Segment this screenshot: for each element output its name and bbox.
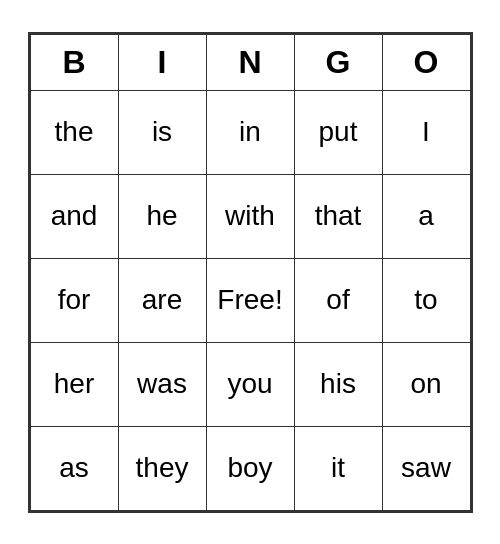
cell-r2-c3: of: [294, 258, 382, 342]
cell-r1-c4: a: [382, 174, 470, 258]
bingo-card: B I N G O theisinputIandhewiththataforar…: [28, 32, 473, 513]
col-n: N: [206, 34, 294, 90]
cell-r4-c2: boy: [206, 426, 294, 510]
cell-r4-c0: as: [30, 426, 118, 510]
col-o: O: [382, 34, 470, 90]
cell-r2-c1: are: [118, 258, 206, 342]
table-row: andhewiththata: [30, 174, 470, 258]
cell-r4-c1: they: [118, 426, 206, 510]
cell-r4-c4: saw: [382, 426, 470, 510]
cell-r3-c0: her: [30, 342, 118, 426]
table-row: theisinputI: [30, 90, 470, 174]
cell-r1-c3: that: [294, 174, 382, 258]
col-i: I: [118, 34, 206, 90]
cell-r2-c4: to: [382, 258, 470, 342]
bingo-table: B I N G O theisinputIandhewiththataforar…: [30, 34, 471, 511]
cell-r3-c2: you: [206, 342, 294, 426]
cell-r0-c2: in: [206, 90, 294, 174]
table-row: forareFree!ofto: [30, 258, 470, 342]
cell-r0-c0: the: [30, 90, 118, 174]
table-row: herwasyouhison: [30, 342, 470, 426]
cell-r3-c4: on: [382, 342, 470, 426]
col-b: B: [30, 34, 118, 90]
cell-r1-c0: and: [30, 174, 118, 258]
cell-r4-c3: it: [294, 426, 382, 510]
col-g: G: [294, 34, 382, 90]
cell-r0-c1: is: [118, 90, 206, 174]
cell-r1-c1: he: [118, 174, 206, 258]
cell-r3-c3: his: [294, 342, 382, 426]
cell-r2-c0: for: [30, 258, 118, 342]
header-row: B I N G O: [30, 34, 470, 90]
cell-r2-c2: Free!: [206, 258, 294, 342]
cell-r0-c3: put: [294, 90, 382, 174]
cell-r3-c1: was: [118, 342, 206, 426]
cell-r0-c4: I: [382, 90, 470, 174]
bingo-body: theisinputIandhewiththataforareFree!ofto…: [30, 90, 470, 510]
table-row: astheyboyitsaw: [30, 426, 470, 510]
cell-r1-c2: with: [206, 174, 294, 258]
